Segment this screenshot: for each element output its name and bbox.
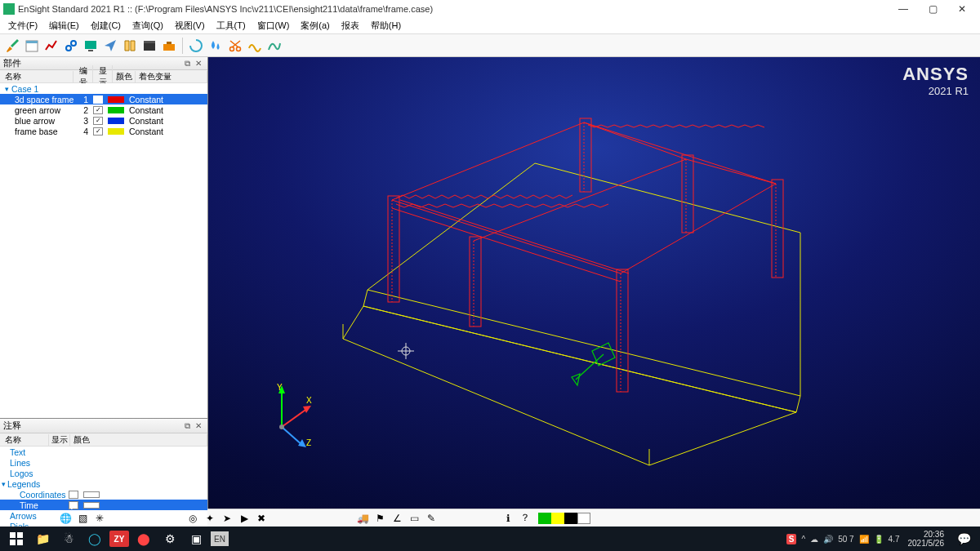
tool-wave-icon[interactable]	[246, 37, 264, 55]
menu-edit[interactable]: 编辑(E)	[44, 20, 84, 32]
tray-wifi-icon[interactable]: 📶	[859, 535, 869, 544]
tool-calendar-icon[interactable]	[23, 37, 41, 55]
svg-line-30	[282, 408, 308, 427]
panel-close-icon[interactable]: ✕	[193, 58, 204, 69]
target-icon[interactable]: ◎	[185, 511, 200, 526]
axis-triad[interactable]: Y X Z	[257, 382, 314, 447]
tray-batt-icon[interactable]: 🔋	[874, 535, 884, 544]
notifications-icon[interactable]: 💬	[952, 528, 975, 549]
panel-close-icon[interactable]: ✕	[193, 420, 204, 432]
viewport[interactable]: ANSYS 2021 R1 Y X Z	[208, 57, 980, 509]
gear-icon[interactable]: ✖	[254, 511, 269, 526]
svg-rect-18	[772, 180, 783, 278]
col-colorby[interactable]: 着色变量	[136, 71, 207, 82]
case-label: Case 1	[11, 84, 38, 94]
tool-monitor-icon[interactable]	[82, 37, 100, 55]
tray-vol-icon[interactable]: 🔊	[823, 535, 833, 544]
clock-date: 2021/5/26	[908, 539, 945, 548]
svg-rect-19	[617, 269, 628, 392]
tool-scissors-icon[interactable]	[226, 37, 244, 55]
menu-tools[interactable]: 工具(T)	[212, 20, 251, 32]
part-row[interactable]: 3d space frame1✓Constant	[0, 94, 207, 104]
color-palette[interactable]	[538, 513, 590, 524]
bottom-grp-2: ◎ ✦ ➤ ▶ ✖	[185, 511, 269, 526]
panel-float-icon[interactable]: ⧉	[181, 58, 193, 69]
menu-create[interactable]: 创建(C)	[86, 20, 126, 32]
acol-name[interactable]: 名称	[0, 434, 49, 446]
part-row[interactable]: green arrow2✓Constant	[0, 104, 207, 115]
menu-case[interactable]: 案例(a)	[296, 20, 334, 32]
tool-swirl-icon[interactable]	[265, 37, 283, 55]
system-tray[interactable]: S ^ ☁ 🔊 50 7 📶 🔋 4.7	[786, 534, 900, 544]
app1-icon[interactable]: ☃	[57, 528, 80, 549]
part-row[interactable]: blue arrow3✓Constant	[0, 115, 207, 126]
angle-icon[interactable]: ∠	[390, 511, 404, 526]
3d-space-frame	[388, 118, 783, 392]
tool-spin-icon[interactable]	[187, 37, 205, 55]
tree-case[interactable]: ▾Case 1	[0, 83, 207, 94]
minimize-button[interactable]: —	[889, 0, 918, 18]
flag-icon[interactable]: ⚑	[372, 511, 387, 526]
annot-row[interactable]: Text	[0, 447, 207, 457]
parts-tree[interactable]: ▾Case 1 3d space frame1✓Constantgreen ar…	[0, 83, 207, 418]
col-name[interactable]: 名称	[0, 71, 74, 82]
tray-cloud-icon[interactable]: ☁	[810, 535, 818, 544]
start-button[interactable]	[5, 528, 28, 549]
tool-toolbox-icon[interactable]	[160, 37, 178, 55]
annot-row[interactable]: Lines	[0, 457, 207, 468]
svg-rect-35	[10, 532, 16, 538]
box-icon[interactable]: ▭	[407, 511, 421, 526]
part-row[interactable]: frame base4✓Constant	[0, 126, 207, 136]
frame-base	[343, 163, 800, 465]
menu-window[interactable]: 窗口(W)	[252, 20, 295, 32]
taskbar-clock[interactable]: 20:36 2021/5/26	[903, 530, 950, 548]
annot-row[interactable]: ▾Legends	[0, 478, 207, 489]
tool-book-icon[interactable]	[121, 37, 139, 55]
tool-plane-icon[interactable]	[101, 37, 119, 55]
maximize-button[interactable]: ▢	[918, 0, 947, 18]
annot-columns: 名称 显示 颜色	[0, 433, 207, 447]
annot-row[interactable]: Coordinates	[0, 489, 207, 500]
menu-help[interactable]: 帮助(H)	[366, 20, 406, 32]
col-color[interactable]: 颜色	[113, 71, 136, 82]
wand-icon[interactable]: ✦	[203, 511, 217, 526]
arrow-icon[interactable]: ➤	[220, 511, 234, 526]
menu-query[interactable]: 查询(Q)	[127, 20, 168, 32]
menu-view[interactable]: 视图(V)	[170, 20, 210, 32]
play-icon[interactable]: ▶	[237, 511, 252, 526]
tool-drops-icon[interactable]	[207, 37, 225, 55]
tray-text: 50 7	[838, 535, 853, 544]
terminal-icon[interactable]: ▣	[185, 528, 207, 549]
annot-row[interactable]: Logos	[0, 468, 207, 478]
acol-color[interactable]: 颜色	[70, 434, 207, 446]
zy-icon[interactable]: ZY	[109, 531, 129, 547]
tool-link-icon[interactable]	[62, 37, 80, 55]
annot-row[interactable]: Time✓	[0, 500, 207, 510]
close-button[interactable]: ✕	[947, 0, 977, 18]
tool-brush-icon[interactable]	[3, 37, 21, 55]
tool-chart-icon[interactable]	[42, 37, 60, 55]
tray-s-icon[interactable]: S	[786, 534, 797, 544]
info-icon[interactable]: ℹ	[501, 511, 515, 526]
truck-icon[interactable]: 🚚	[355, 511, 370, 526]
tool-clapper-icon[interactable]	[140, 37, 158, 55]
svg-marker-31	[303, 406, 311, 413]
svg-rect-38	[17, 540, 23, 545]
svg-rect-4	[85, 41, 96, 49]
menu-report[interactable]: 报表	[336, 20, 364, 32]
cube-icon[interactable]: ▧	[75, 511, 90, 526]
panel-float-icon[interactable]: ⧉	[181, 420, 193, 432]
edge-icon[interactable]: ◯	[83, 528, 106, 549]
help-icon[interactable]: ？	[518, 511, 532, 526]
ime-icon[interactable]: EN	[211, 531, 229, 546]
record-icon[interactable]: ⬤	[132, 528, 155, 549]
globe-icon[interactable]: 🌐	[58, 511, 73, 526]
tray-up-icon[interactable]: ^	[801, 535, 805, 544]
link2-icon[interactable]: ✎	[424, 511, 439, 526]
app-icon	[3, 3, 15, 15]
explorer-icon[interactable]: 📁	[31, 528, 54, 549]
acol-vis[interactable]: 显示	[49, 434, 70, 446]
app2-icon[interactable]: ⚙	[158, 528, 181, 549]
menu-file[interactable]: 文件(F)	[3, 20, 42, 32]
sparkle-icon[interactable]: ✳	[92, 511, 107, 526]
